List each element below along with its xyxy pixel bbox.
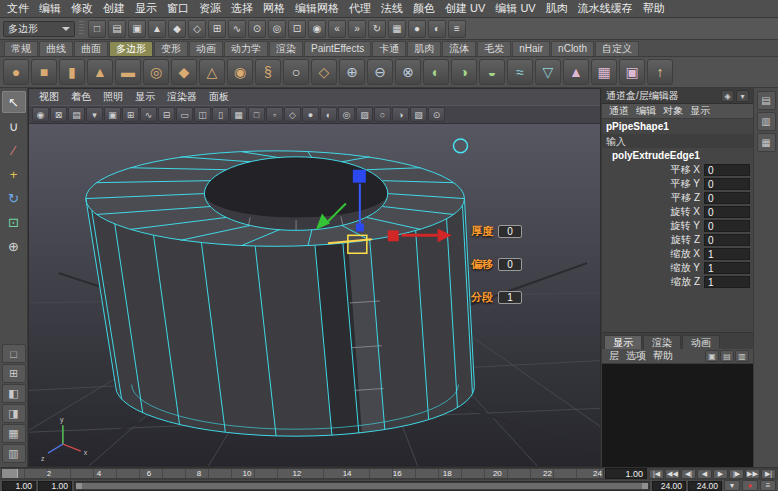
offset-value-field[interactable]: 0 bbox=[498, 258, 522, 271]
boolean-difference-icon[interactable]: ◑ bbox=[451, 59, 477, 85]
menu-set-dropdown[interactable]: 多边形 bbox=[3, 21, 75, 37]
tool-settings-toggle-icon[interactable]: ▥ bbox=[757, 112, 776, 131]
panel-menu-item[interactable]: 着色 bbox=[65, 90, 97, 104]
open-scene-icon[interactable]: ▤ bbox=[108, 20, 126, 38]
attribute-value-field[interactable]: 0 bbox=[704, 178, 750, 190]
input-connections-icon[interactable]: « bbox=[328, 20, 346, 38]
layer-list-icon[interactable]: ▥ bbox=[735, 350, 749, 362]
range-slider-bar[interactable] bbox=[76, 483, 648, 489]
output-connections-icon[interactable]: » bbox=[348, 20, 366, 38]
snap-to-view-plane-icon[interactable]: ⊡ bbox=[288, 20, 306, 38]
poly-cube-icon[interactable]: ■ bbox=[31, 59, 57, 85]
range-start-handle[interactable] bbox=[76, 483, 82, 489]
extract-icon[interactable]: ⊗ bbox=[395, 59, 421, 85]
layer-editor-tab[interactable]: 动画 bbox=[682, 335, 720, 349]
animation-end-field[interactable]: 24.00 bbox=[688, 481, 722, 491]
step-forward-frame-button[interactable]: |▶ bbox=[729, 469, 744, 479]
current-time-field[interactable]: 1.00 bbox=[605, 468, 647, 479]
layer-editor-tab[interactable]: 显示 bbox=[604, 335, 642, 349]
viewport-canvas[interactable]: x y z 厚度 0 偏移 0 分段 1 bbox=[29, 124, 600, 466]
reduce-icon[interactable]: ▽ bbox=[535, 59, 561, 85]
attribute-value-field[interactable]: 1 bbox=[704, 248, 750, 260]
panel-menu-item[interactable]: 照明 bbox=[97, 90, 129, 104]
channel-box-menu-item[interactable]: 显示 bbox=[687, 104, 713, 118]
play-backward-button[interactable]: ◀ bbox=[697, 469, 712, 479]
shelf-tab[interactable]: 动力学 bbox=[224, 41, 268, 56]
lasso-select-tool[interactable]: ∪ bbox=[2, 115, 26, 137]
shelf-tab[interactable]: 渲染 bbox=[269, 41, 303, 56]
2d-pan-zoom-icon[interactable]: ⊞ bbox=[122, 107, 139, 122]
grid-icon[interactable]: ⊟ bbox=[158, 107, 175, 122]
single-pane-layout-button[interactable]: □ bbox=[2, 344, 26, 363]
snap-to-projected-center-icon[interactable]: ◎ bbox=[268, 20, 286, 38]
menubar-item[interactable]: 文件 bbox=[2, 0, 34, 17]
attribute-value-field[interactable]: 0 bbox=[704, 192, 750, 204]
snap-to-curve-icon[interactable]: ∿ bbox=[228, 20, 246, 38]
render-settings-icon[interactable]: ≡ bbox=[448, 20, 466, 38]
smooth-icon[interactable]: ≈ bbox=[507, 59, 533, 85]
divisions-value-field[interactable]: 1 bbox=[498, 291, 522, 304]
persp-outliner-layout-button[interactable]: ◧ bbox=[2, 384, 26, 403]
field-chart-icon[interactable]: ▦ bbox=[230, 107, 247, 122]
attribute-editor-toggle-icon[interactable]: ▤ bbox=[757, 91, 776, 110]
shelf-tab[interactable]: 曲面 bbox=[74, 41, 108, 56]
menubar-item[interactable]: 创建 bbox=[98, 0, 130, 17]
shelf-tab[interactable]: 变形 bbox=[154, 41, 188, 56]
menubar-item[interactable]: 网格 bbox=[258, 0, 290, 17]
menubar-item[interactable]: 代理 bbox=[344, 0, 376, 17]
select-tool[interactable]: ↖ bbox=[2, 91, 26, 113]
panel-menu-item[interactable]: 渲染器 bbox=[161, 90, 203, 104]
gate-mask-icon[interactable]: ▯ bbox=[212, 107, 229, 122]
move-tool[interactable]: + bbox=[2, 163, 26, 185]
menubar-item[interactable]: 法线 bbox=[376, 0, 408, 17]
new-scene-icon[interactable]: □ bbox=[88, 20, 106, 38]
menubar-item[interactable]: 颜色 bbox=[408, 0, 440, 17]
poly-prism-icon[interactable]: ◆ bbox=[171, 59, 197, 85]
panel-menu-item[interactable]: 视图 bbox=[33, 90, 65, 104]
paint-select-tool[interactable]: ∕ bbox=[2, 139, 26, 161]
range-end-handle[interactable] bbox=[642, 483, 648, 489]
textured-icon[interactable]: ▨ bbox=[356, 107, 373, 122]
auto-keyframe-icon[interactable]: ● bbox=[742, 480, 758, 491]
range-slider[interactable] bbox=[74, 481, 650, 491]
menubar-item[interactable]: 创建 UV bbox=[440, 0, 490, 17]
make-live-icon[interactable]: ◉ bbox=[308, 20, 326, 38]
menubar-item[interactable]: 资源 bbox=[194, 0, 226, 17]
animation-preferences-icon[interactable]: ≡ bbox=[760, 480, 776, 491]
shelf-tab[interactable]: 曲线 bbox=[39, 41, 73, 56]
shelf-tab[interactable]: PaintEffects bbox=[304, 41, 371, 56]
isolate-select-icon[interactable]: ⊙ bbox=[428, 107, 445, 122]
menubar-item[interactable]: 编辑 UV bbox=[490, 0, 540, 17]
go-to-start-button[interactable]: |◀ bbox=[649, 469, 664, 479]
shaded-wireframe-icon[interactable]: ◎ bbox=[338, 107, 355, 122]
layer-editor-menu-item[interactable]: 帮助 bbox=[650, 349, 676, 363]
attribute-value-field[interactable]: 1 bbox=[704, 276, 750, 288]
poly-pipe-icon[interactable]: ◉ bbox=[227, 59, 253, 85]
poly-pyramid-icon[interactable]: △ bbox=[199, 59, 225, 85]
snap-to-point-icon[interactable]: ⊙ bbox=[248, 20, 266, 38]
smooth-shade-all-icon[interactable]: ● bbox=[302, 107, 319, 122]
scale-tool[interactable]: ⊡ bbox=[2, 211, 26, 233]
time-slider[interactable]: 24681012141618202224 bbox=[1, 468, 604, 479]
create-empty-layer-icon[interactable]: ▣ bbox=[705, 350, 719, 362]
poly-plane-icon[interactable]: ▬ bbox=[115, 59, 141, 85]
panel-menu-icon[interactable]: ▾ bbox=[736, 90, 749, 102]
snap-to-grid-icon[interactable]: ⊞ bbox=[208, 20, 226, 38]
boolean-union-icon[interactable]: ◐ bbox=[423, 59, 449, 85]
shelf-tab[interactable]: nCloth bbox=[551, 41, 594, 56]
menubar-item[interactable]: 修改 bbox=[66, 0, 98, 17]
input-node-name[interactable]: polyExtrudeEdge1 bbox=[602, 148, 753, 163]
attribute-value-field[interactable]: 0 bbox=[704, 164, 750, 176]
character-set-menu-icon[interactable]: ▾ bbox=[724, 480, 740, 491]
camera-attributes-icon[interactable]: ▤ bbox=[68, 107, 85, 122]
rotate-tool[interactable]: ↻ bbox=[2, 187, 26, 209]
construction-history-icon[interactable]: ↻ bbox=[368, 20, 386, 38]
playback-start-field[interactable]: 1.00 bbox=[38, 481, 72, 491]
shape-node-name[interactable]: pPipeShape1 bbox=[602, 119, 753, 134]
layer-list[interactable] bbox=[602, 364, 753, 467]
poly-helix-icon[interactable]: § bbox=[255, 59, 281, 85]
step-back-key-button[interactable]: ◀◀ bbox=[665, 469, 680, 479]
select-by-component-icon[interactable]: ◇ bbox=[188, 20, 206, 38]
step-forward-key-button[interactable]: ▶▶ bbox=[745, 469, 760, 479]
save-scene-icon[interactable]: ▣ bbox=[128, 20, 146, 38]
